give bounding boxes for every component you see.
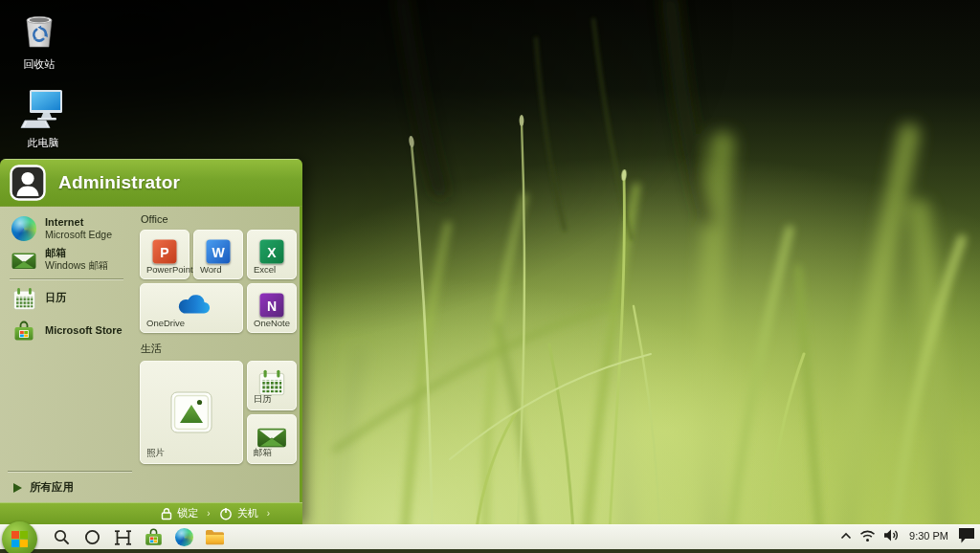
tile-label: OneDrive — [146, 318, 185, 328]
tile-label: Word — [200, 264, 222, 275]
all-apps-label: 所有应用 — [30, 480, 74, 495]
tile-calendar[interactable]: 日历 — [247, 361, 297, 410]
taskbar: 9:30 PM — [0, 524, 980, 553]
sidebar-item-title: Microsoft Store — [45, 324, 122, 337]
task-view-icon — [114, 530, 132, 545]
tile-group-label-life: 生活 — [141, 342, 299, 356]
tile-label: 邮箱 — [254, 447, 272, 459]
sidebar-item-subtitle: Windows 邮箱 — [45, 259, 109, 272]
start-menu-footer: 锁定 › 关机 › — [0, 502, 302, 524]
mail-icon — [257, 425, 287, 449]
tile-label: Excel — [254, 264, 276, 275]
system-tray: 9:30 PM — [840, 525, 975, 545]
start-menu: Administrator Internet Microsoft Edge — [0, 159, 302, 524]
calendar-icon — [11, 286, 36, 311]
tile-group-label-office: Office — [141, 213, 299, 225]
network-button[interactable] — [859, 529, 876, 542]
onenote-icon: N — [260, 294, 284, 318]
lock-submenu-arrow[interactable]: › — [207, 508, 210, 519]
tile-excel[interactable]: X Excel — [247, 230, 297, 279]
photos-icon — [170, 391, 212, 433]
shutdown-label: 关机 — [237, 506, 258, 520]
onedrive-cloud-icon — [172, 293, 211, 318]
tile-mail[interactable]: 邮箱 — [247, 414, 297, 464]
mail-icon — [11, 247, 36, 272]
taskbar-store-button[interactable] — [140, 525, 167, 550]
edge-icon — [11, 216, 36, 241]
sidebar-item-title: 邮箱 — [45, 247, 109, 259]
sidebar-item-title: Internet — [45, 216, 112, 229]
action-center-icon — [958, 527, 975, 543]
cortana-button[interactable] — [78, 525, 105, 550]
tile-photos[interactable]: 照片 — [140, 361, 243, 464]
edge-icon — [175, 528, 193, 546]
tile-label: 日历 — [254, 393, 272, 406]
clock[interactable]: 9:30 PM — [907, 530, 950, 542]
lock-icon — [161, 507, 172, 520]
recycle-bin-icon — [17, 8, 61, 52]
sidebar-item-microsoft-store[interactable]: Microsoft Store — [8, 316, 137, 346]
excel-icon: X — [260, 240, 284, 264]
sidebar-item-internet[interactable]: Internet Microsoft Edge — [8, 213, 137, 244]
powerpoint-icon: P — [153, 240, 177, 264]
tile-onenote[interactable]: N OneNote — [247, 283, 297, 333]
lock-button[interactable]: 锁定 — [161, 506, 198, 520]
show-hidden-icons-button[interactable] — [840, 532, 852, 540]
task-view-button[interactable] — [109, 525, 136, 550]
tile-onedrive[interactable]: OneDrive — [140, 283, 243, 333]
search-button[interactable] — [48, 525, 75, 550]
desktop-icon-recycle-bin[interactable]: 回收站 — [2, 8, 77, 72]
desktop: 回收站 此电脑 Administrator — [0, 0, 980, 553]
tile-label: PowerPoint — [146, 264, 193, 275]
user-avatar[interactable] — [10, 165, 46, 201]
volume-button[interactable] — [883, 528, 900, 542]
tile-label: 照片 — [146, 447, 165, 459]
sidebar-divider — [10, 278, 123, 279]
all-apps-arrow-icon — [13, 483, 22, 493]
start-menu-body: Internet Microsoft Edge 邮箱 Wind — [0, 207, 302, 502]
volume-icon — [883, 528, 900, 542]
tile-word[interactable]: W Word — [193, 230, 243, 279]
store-icon — [11, 319, 36, 343]
windows-logo-icon — [11, 531, 28, 547]
start-menu-sidebar: Internet Microsoft Edge 邮箱 Wind — [0, 207, 137, 346]
word-icon: W — [207, 240, 231, 264]
start-button[interactable] — [2, 521, 37, 553]
shutdown-submenu-arrow[interactable]: › — [267, 508, 270, 519]
desktop-icon-label: 回收站 — [2, 57, 77, 72]
cortana-circle-icon — [84, 529, 100, 545]
start-menu-header: Administrator — [0, 159, 302, 207]
power-icon — [219, 507, 233, 520]
taskbar-bottom-edge — [0, 549, 980, 553]
user-name: Administrator — [58, 172, 180, 193]
all-apps-divider — [8, 471, 132, 472]
wifi-icon — [859, 529, 876, 542]
tile-label: OneNote — [254, 318, 290, 328]
file-explorer-button[interactable] — [201, 525, 228, 550]
sidebar-item-subtitle: Microsoft Edge — [45, 229, 112, 241]
start-menu-tiles: Office P PowerPoint W Word X Excel — [140, 207, 299, 464]
all-apps-button[interactable]: 所有应用 — [8, 480, 132, 495]
taskbar-edge-button[interactable] — [170, 525, 197, 550]
sidebar-item-calendar[interactable]: 日历 — [8, 283, 137, 314]
tile-powerpoint[interactable]: P PowerPoint — [140, 230, 189, 279]
action-center-button[interactable] — [958, 527, 975, 543]
this-pc-icon — [20, 88, 66, 130]
shutdown-button[interactable]: 关机 — [219, 506, 258, 520]
store-icon — [144, 527, 164, 547]
lock-label: 锁定 — [177, 506, 198, 520]
sidebar-item-mail[interactable]: 邮箱 Windows 邮箱 — [8, 244, 137, 275]
desktop-icon-label: 此电脑 — [6, 136, 80, 150]
taskbar-main: 9:30 PM — [0, 524, 980, 549]
search-icon — [54, 529, 70, 545]
desktop-icon-this-pc[interactable]: 此电脑 — [6, 88, 80, 150]
chevron-up-icon — [840, 532, 852, 540]
file-explorer-icon — [205, 529, 225, 545]
sidebar-item-title: 日历 — [45, 292, 66, 304]
